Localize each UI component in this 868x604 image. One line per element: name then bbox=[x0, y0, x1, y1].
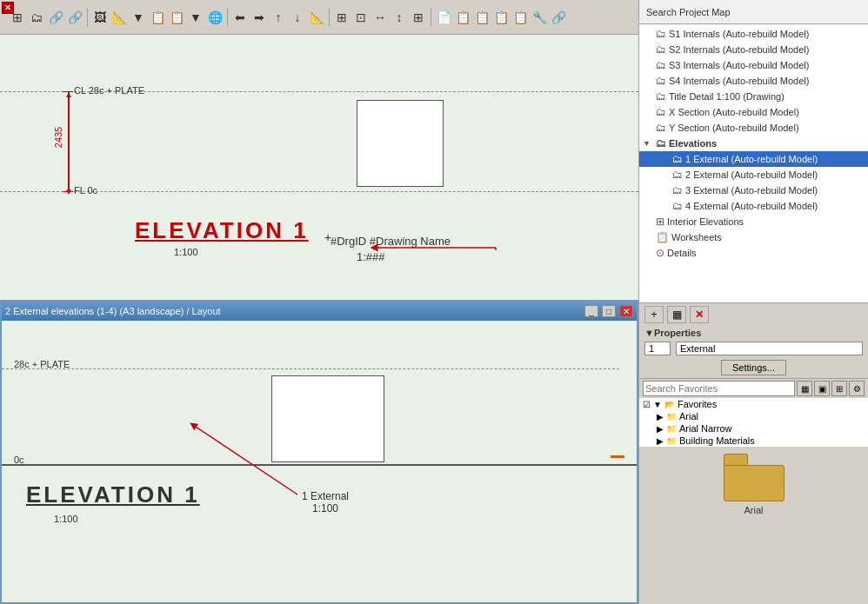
tree-item-details[interactable]: ⊙ Details bbox=[639, 245, 868, 261]
cursor-plus: + bbox=[324, 230, 331, 244]
toolbar-icon-23[interactable]: 📋 bbox=[454, 9, 471, 26]
toolbar-icon-17[interactable]: ⊞ bbox=[333, 9, 351, 26]
fav-settings-btn[interactable]: ⚙ bbox=[849, 381, 865, 396]
tree-label-elev3: 3 External (Auto-rebuild Model) bbox=[685, 185, 818, 196]
search-label: Search Project Map bbox=[643, 7, 734, 17]
fav-item-building[interactable]: ▶ 📁 Building Materials bbox=[639, 435, 868, 447]
fav-grid-btn-1[interactable]: ▦ bbox=[797, 381, 812, 396]
tree-label-title: Title Detail 1:100 (Drawing) bbox=[669, 91, 785, 102]
toolbar-icon-15[interactable]: ↓ bbox=[289, 9, 306, 26]
details-label: Details bbox=[667, 248, 697, 258]
prop-number-cell[interactable]: 1 bbox=[644, 342, 671, 355]
delete-icon: ✕ bbox=[695, 309, 704, 321]
tree-item-s4[interactable]: 🗂 S4 Internals (Auto-rebuild Model) bbox=[639, 73, 868, 89]
tree-item-s1[interactable]: 🗂 S1 Internals (Auto-rebuild Model) bbox=[639, 26, 868, 42]
drawing-canvas: CL 28c + PLATE FL 0c ▲ ▼ 2435 ELEVATION … bbox=[0, 35, 638, 604]
tree-group-elevations[interactable]: ▼ 🗂 Elevations bbox=[639, 136, 868, 151]
toolbar-icon-4[interactable]: 🔗 bbox=[66, 9, 83, 26]
dim-tick-bottom bbox=[63, 191, 73, 192]
elev3-icon: 🗂 bbox=[672, 184, 683, 196]
toolbar-icon-24[interactable]: 📋 bbox=[473, 9, 491, 26]
project-tree[interactable]: 🗂 S1 Internals (Auto-rebuild Model) 🗂 S2… bbox=[639, 24, 868, 302]
toolbar-icon-2[interactable]: 🗂 bbox=[28, 9, 45, 26]
favorites-tree[interactable]: ☑ ▼ 📂 Favorites ▶ 📁 Arial ▶ 📁 Arial Narr… bbox=[639, 398, 868, 447]
cl-label: CL 28c + PLATE bbox=[74, 85, 144, 96]
toolbar-icon-22[interactable]: 📄 bbox=[435, 9, 452, 26]
prop-name-cell[interactable]: External bbox=[676, 342, 863, 355]
toolbar-icon-10[interactable]: ▼ bbox=[187, 9, 204, 26]
toolbar-sep-1 bbox=[87, 8, 88, 27]
toolbar-sep-3 bbox=[329, 8, 330, 27]
toolbar-icon-16[interactable]: 📐 bbox=[308, 9, 325, 26]
toolbar-icon-7[interactable]: ▼ bbox=[130, 9, 147, 26]
fav-arial-expand: ▶ bbox=[657, 412, 664, 421]
toolbar-icon-9[interactable]: 📋 bbox=[168, 9, 185, 26]
drawing-scale-ref: 1:### bbox=[357, 250, 385, 263]
tree-item-worksheets[interactable]: 📋 Worksheets bbox=[639, 229, 868, 245]
toolbar-icon-14[interactable]: ↑ bbox=[270, 9, 287, 26]
toolbar-icon-13[interactable]: ➡ bbox=[250, 9, 268, 26]
fav-grid-btn-3[interactable]: ⊞ bbox=[831, 381, 847, 396]
settings-button[interactable]: Settings... bbox=[721, 360, 786, 375]
tree-item-interior[interactable]: ⊞ Interior Elevations bbox=[639, 214, 868, 229]
folder-thumb-tab bbox=[724, 454, 748, 466]
child-maximize-button[interactable]: □ bbox=[602, 305, 616, 317]
fav-arial-label: Arial bbox=[679, 411, 698, 421]
folder-icon-s2: 🗂 bbox=[656, 43, 666, 56]
favorites-search-input[interactable] bbox=[643, 381, 795, 396]
app-close-button[interactable]: ✕ bbox=[2, 2, 14, 14]
toolbar-icon-5[interactable]: 🖼 bbox=[91, 9, 109, 26]
folder-icon-y: 🗂 bbox=[656, 122, 666, 134]
elevations-label: Elevations bbox=[669, 138, 717, 149]
properties-title: Properties bbox=[654, 328, 701, 338]
fav-item-favorites[interactable]: ☑ ▼ 📂 Favorites bbox=[639, 398, 868, 410]
tree-item-s3[interactable]: 🗂 S3 Internals (Auto-rebuild Model) bbox=[639, 57, 868, 73]
elev4-icon: 🗂 bbox=[672, 200, 683, 212]
tree-item-ysection[interactable]: 🗂 Y Section (Auto-rebuild Model) bbox=[639, 120, 868, 136]
fav-grid-btn-2[interactable]: ▣ bbox=[814, 381, 830, 396]
elevation-scale-1: 1:100 bbox=[174, 247, 198, 257]
right-panel: Search Project Map 🗂 S1 Internals (Auto-… bbox=[638, 0, 868, 604]
elev2-icon: 🗂 bbox=[672, 169, 683, 181]
fav-item-arial[interactable]: ▶ 📁 Arial bbox=[639, 410, 868, 422]
toolbar-icon-25[interactable]: 📋 bbox=[492, 9, 510, 26]
toolbar-icon-3[interactable]: 🔗 bbox=[47, 9, 64, 26]
tree-item-elev3[interactable]: 🗂 3 External (Auto-rebuild Model) bbox=[639, 183, 868, 198]
tree-label-s3: S3 Internals (Auto-rebuild Model) bbox=[669, 60, 809, 70]
tree-item-xsection[interactable]: 🗂 X Section (Auto-rebuild Model) bbox=[639, 104, 868, 120]
folder-thumb-body bbox=[724, 465, 785, 501]
toolbar-icon-27[interactable]: 🔧 bbox=[531, 9, 548, 26]
toolbar-icon-6[interactable]: 📐 bbox=[110, 9, 128, 26]
tree-item-title[interactable]: 🗂 Title Detail 1:100 (Drawing) bbox=[639, 89, 868, 104]
tree-item-elev2[interactable]: 🗂 2 External (Auto-rebuild Model) bbox=[639, 167, 868, 183]
fav-expand-icon: ▼ bbox=[653, 400, 662, 409]
prop-add-button[interactable]: + bbox=[644, 306, 664, 323]
child-close-button[interactable]: ✕ bbox=[619, 305, 633, 317]
toolbar-icon-12[interactable]: ⬅ bbox=[231, 9, 249, 26]
grid-icon: ▦ bbox=[672, 309, 682, 321]
toolbar-icon-19[interactable]: ↔ bbox=[371, 9, 389, 26]
tree-item-elev1[interactable]: 🗂 1 External (Auto-rebuild Model) bbox=[639, 151, 868, 167]
toolbar-icon-8[interactable]: 📋 bbox=[149, 9, 166, 26]
toolbar-icon-11[interactable]: 🌐 bbox=[206, 9, 224, 26]
toolbar-icon-28[interactable]: 🔗 bbox=[550, 9, 567, 26]
fav-item-arial-narrow[interactable]: ▶ 📁 Arial Narrow bbox=[639, 422, 868, 435]
tree-item-elev4[interactable]: 🗂 4 External (Auto-rebuild Model) bbox=[639, 198, 868, 214]
child-title-text: 2 External elevations (1-4) (A3 landscap… bbox=[5, 306, 581, 316]
toolbar-icon-20[interactable]: ↕ bbox=[391, 9, 408, 26]
prop-grid-button[interactable]: ▦ bbox=[667, 306, 686, 323]
prop-delete-button[interactable]: ✕ bbox=[690, 306, 709, 323]
toolbar-icon-21[interactable]: ⊞ bbox=[410, 9, 427, 26]
properties-row: 1 External bbox=[639, 340, 868, 357]
child-elevation-scale: 1:100 bbox=[54, 514, 78, 524]
toolbar-icon-18[interactable]: ⊡ bbox=[352, 9, 370, 26]
tree-item-s2[interactable]: 🗂 S2 Internals (Auto-rebuild Model) bbox=[639, 42, 868, 57]
toolbar-sep-2 bbox=[227, 8, 228, 27]
elevations-expand-icon: ▼ bbox=[643, 139, 653, 148]
dim-line-vertical bbox=[68, 91, 70, 191]
child-minimize-button[interactable]: _ bbox=[584, 305, 598, 317]
dim-tick-top bbox=[63, 91, 73, 92]
toolbar-icon-26[interactable]: 📋 bbox=[511, 9, 529, 26]
elev1-icon: 🗂 bbox=[672, 153, 683, 165]
toolbar: ✕ ⊞ 🗂 🔗 🔗 🖼 📐 ▼ 📋 📋 ▼ 🌐 ⬅ ➡ ↑ ↓ 📐 bbox=[0, 0, 638, 35]
